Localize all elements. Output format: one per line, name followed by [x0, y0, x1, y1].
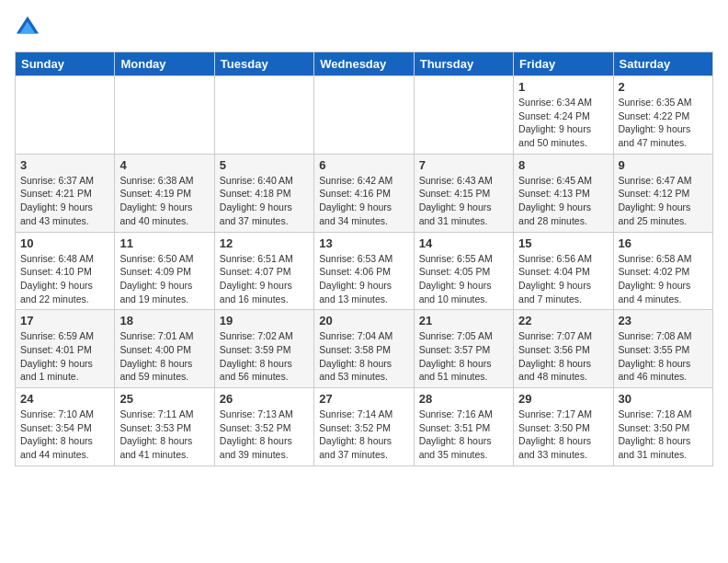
day-cell: 5Sunrise: 6:40 AMSunset: 4:18 PMDaylight… [214, 154, 313, 232]
day-cell: 26Sunrise: 7:13 AMSunset: 3:52 PMDayligh… [214, 388, 313, 466]
day-number: 18 [119, 314, 209, 327]
day-cell: 28Sunrise: 7:16 AMSunset: 3:51 PMDayligh… [414, 388, 513, 466]
day-info: Sunrise: 6:51 AMSunset: 4:07 PMDaylight:… [220, 252, 309, 306]
day-info: Sunrise: 6:38 AMSunset: 4:19 PMDaylight:… [119, 174, 209, 228]
day-cell: 20Sunrise: 7:04 AMSunset: 3:58 PMDayligh… [314, 310, 414, 388]
week-row-3: 17Sunrise: 6:59 AMSunset: 4:01 PMDayligh… [16, 310, 713, 388]
day-info: Sunrise: 6:58 AMSunset: 4:02 PMDaylight:… [619, 252, 708, 306]
day-number: 24 [20, 392, 109, 406]
day-info: Sunrise: 6:34 AMSunset: 4:24 PMDaylight:… [518, 96, 608, 150]
day-cell: 17Sunrise: 6:59 AMSunset: 4:01 PMDayligh… [16, 310, 115, 388]
day-number: 26 [220, 392, 309, 406]
day-info: Sunrise: 6:42 AMSunset: 4:16 PMDaylight:… [319, 174, 408, 228]
day-cell [214, 76, 313, 155]
day-info: Sunrise: 6:56 AMSunset: 4:04 PMDaylight:… [518, 252, 608, 306]
header-saturday: Saturday [613, 52, 712, 76]
day-number: 1 [518, 80, 608, 94]
day-cell: 18Sunrise: 7:01 AMSunset: 4:00 PMDayligh… [115, 310, 214, 388]
day-info: Sunrise: 7:11 AMSunset: 3:53 PMDaylight:… [119, 408, 209, 462]
header-tuesday: Tuesday [214, 52, 313, 76]
day-number: 14 [419, 236, 508, 250]
day-cell: 23Sunrise: 7:08 AMSunset: 3:55 PMDayligh… [613, 310, 712, 388]
day-cell: 22Sunrise: 7:07 AMSunset: 3:56 PMDayligh… [514, 310, 613, 388]
day-info: Sunrise: 7:13 AMSunset: 3:52 PMDaylight:… [220, 408, 309, 462]
calendar-header-row: SundayMondayTuesdayWednesdayThursdayFrid… [16, 52, 713, 76]
day-info: Sunrise: 7:08 AMSunset: 3:55 PMDaylight:… [619, 329, 708, 384]
week-row-2: 10Sunrise: 6:48 AMSunset: 4:10 PMDayligh… [16, 232, 713, 310]
header-wednesday: Wednesday [314, 52, 414, 76]
day-cell: 9Sunrise: 6:47 AMSunset: 4:12 PMDaylight… [613, 154, 712, 232]
day-number: 4 [119, 158, 209, 172]
day-cell: 15Sunrise: 6:56 AMSunset: 4:04 PMDayligh… [514, 232, 613, 310]
day-cell: 19Sunrise: 7:02 AMSunset: 3:59 PMDayligh… [214, 310, 313, 388]
day-cell [314, 76, 414, 155]
day-info: Sunrise: 6:53 AMSunset: 4:06 PMDaylight:… [319, 252, 408, 306]
day-cell: 16Sunrise: 6:58 AMSunset: 4:02 PMDayligh… [613, 232, 712, 310]
day-info: Sunrise: 7:05 AMSunset: 3:57 PMDaylight:… [419, 329, 508, 384]
day-number: 2 [619, 80, 708, 94]
day-info: Sunrise: 7:01 AMSunset: 4:00 PMDaylight:… [119, 329, 209, 384]
header [15, 15, 713, 40]
day-cell [414, 76, 513, 155]
day-cell: 6Sunrise: 6:42 AMSunset: 4:16 PMDaylight… [314, 154, 414, 232]
day-info: Sunrise: 7:02 AMSunset: 3:59 PMDaylight:… [220, 329, 309, 384]
day-info: Sunrise: 7:18 AMSunset: 3:50 PMDaylight:… [619, 408, 708, 462]
day-info: Sunrise: 7:07 AMSunset: 3:56 PMDaylight:… [518, 329, 608, 384]
day-cell: 14Sunrise: 6:55 AMSunset: 4:05 PMDayligh… [414, 232, 513, 310]
day-cell: 21Sunrise: 7:05 AMSunset: 3:57 PMDayligh… [414, 310, 513, 388]
day-cell: 12Sunrise: 6:51 AMSunset: 4:07 PMDayligh… [214, 232, 313, 310]
day-info: Sunrise: 6:43 AMSunset: 4:15 PMDaylight:… [419, 174, 508, 228]
day-number: 13 [319, 236, 408, 250]
day-cell [115, 76, 214, 155]
header-monday: Monday [115, 52, 214, 76]
day-number: 17 [20, 314, 109, 327]
day-info: Sunrise: 6:35 AMSunset: 4:22 PMDaylight:… [619, 96, 708, 150]
day-cell: 8Sunrise: 6:45 AMSunset: 4:13 PMDaylight… [514, 154, 613, 232]
day-number: 10 [20, 236, 109, 250]
day-number: 6 [319, 158, 408, 172]
week-row-1: 3Sunrise: 6:37 AMSunset: 4:21 PMDaylight… [16, 154, 713, 232]
week-row-4: 24Sunrise: 7:10 AMSunset: 3:54 PMDayligh… [16, 388, 713, 466]
day-cell: 30Sunrise: 7:18 AMSunset: 3:50 PMDayligh… [613, 388, 712, 466]
day-number: 5 [220, 158, 309, 172]
calendar: SundayMondayTuesdayWednesdayThursdayFrid… [15, 52, 713, 466]
day-cell: 24Sunrise: 7:10 AMSunset: 3:54 PMDayligh… [16, 388, 115, 466]
header-sunday: Sunday [16, 52, 115, 76]
day-number: 27 [319, 392, 408, 406]
day-info: Sunrise: 7:14 AMSunset: 3:52 PMDaylight:… [319, 408, 408, 462]
day-info: Sunrise: 6:37 AMSunset: 4:21 PMDaylight:… [20, 174, 109, 228]
day-number: 11 [119, 236, 209, 250]
day-number: 29 [518, 392, 608, 406]
day-cell: 1Sunrise: 6:34 AMSunset: 4:24 PMDaylight… [514, 76, 613, 155]
day-number: 8 [518, 158, 608, 172]
header-friday: Friday [514, 52, 613, 76]
day-number: 20 [319, 314, 408, 327]
day-cell: 29Sunrise: 7:17 AMSunset: 3:50 PMDayligh… [514, 388, 613, 466]
day-cell: 4Sunrise: 6:38 AMSunset: 4:19 PMDaylight… [115, 154, 214, 232]
week-row-0: 1Sunrise: 6:34 AMSunset: 4:24 PMDaylight… [16, 76, 713, 155]
logo-icon [15, 15, 40, 40]
day-number: 7 [419, 158, 508, 172]
day-number: 25 [119, 392, 209, 406]
day-number: 21 [419, 314, 508, 327]
day-info: Sunrise: 6:45 AMSunset: 4:13 PMDaylight:… [518, 174, 608, 228]
day-cell: 3Sunrise: 6:37 AMSunset: 4:21 PMDaylight… [16, 154, 115, 232]
day-info: Sunrise: 6:55 AMSunset: 4:05 PMDaylight:… [419, 252, 508, 306]
day-number: 30 [619, 392, 708, 406]
header-thursday: Thursday [414, 52, 513, 76]
day-number: 23 [619, 314, 708, 327]
day-cell: 2Sunrise: 6:35 AMSunset: 4:22 PMDaylight… [613, 76, 712, 155]
day-info: Sunrise: 7:10 AMSunset: 3:54 PMDaylight:… [20, 408, 109, 462]
day-cell [16, 76, 115, 155]
day-cell: 13Sunrise: 6:53 AMSunset: 4:06 PMDayligh… [314, 232, 414, 310]
day-cell: 10Sunrise: 6:48 AMSunset: 4:10 PMDayligh… [16, 232, 115, 310]
day-number: 12 [220, 236, 309, 250]
day-cell: 25Sunrise: 7:11 AMSunset: 3:53 PMDayligh… [115, 388, 214, 466]
day-cell: 7Sunrise: 6:43 AMSunset: 4:15 PMDaylight… [414, 154, 513, 232]
day-info: Sunrise: 6:50 AMSunset: 4:09 PMDaylight:… [119, 252, 209, 306]
logo [15, 15, 44, 40]
day-number: 9 [619, 158, 708, 172]
day-number: 19 [220, 314, 309, 327]
day-number: 3 [20, 158, 109, 172]
day-number: 28 [419, 392, 508, 406]
